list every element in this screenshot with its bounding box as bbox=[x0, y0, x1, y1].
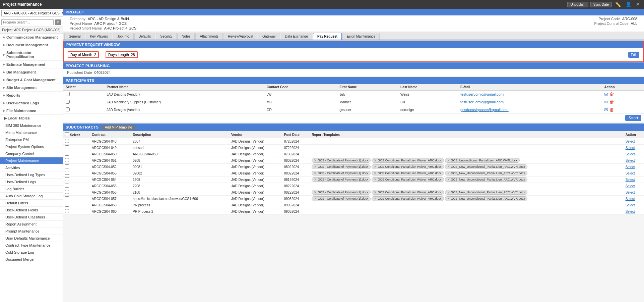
template-remove[interactable]: ✕ bbox=[314, 197, 317, 200]
template-remove[interactable]: ✕ bbox=[374, 159, 377, 162]
sub-select-button[interactable]: Select bbox=[626, 203, 635, 207]
template-remove[interactable]: ✕ bbox=[374, 197, 377, 200]
tab-notes[interactable]: Notes bbox=[177, 33, 195, 40]
sub-select-button[interactable]: Select bbox=[626, 159, 635, 162]
subcontracts-scroll[interactable]: Select Contract Description Vendor Post … bbox=[63, 131, 644, 215]
sub-select-button[interactable]: Select bbox=[626, 197, 635, 201]
sidebar-item-menu[interactable]: Menu Maintenance bbox=[0, 129, 63, 136]
sidebar-item-project-system[interactable]: Project System Options bbox=[0, 143, 63, 150]
sidebar-item-activities[interactable]: Activities bbox=[0, 164, 63, 171]
template-remove[interactable]: ✕ bbox=[314, 171, 317, 175]
sidebar-item-user-defined-fields[interactable]: User-Defined Fields bbox=[0, 207, 63, 214]
edit-button[interactable]: Edit bbox=[628, 52, 639, 58]
template-remove[interactable]: ✕ bbox=[374, 171, 377, 175]
participants-select-button[interactable]: Select bbox=[625, 115, 641, 121]
sidebar-item-user-defined-log-types[interactable]: User-Defined Log Types bbox=[0, 171, 63, 179]
sidebar-item-budget[interactable]: ▶ Budget & Cost Management bbox=[0, 76, 63, 84]
search-settings-button[interactable]: ⚙ bbox=[55, 19, 61, 25]
sub-select-button[interactable]: Select bbox=[626, 171, 635, 175]
sidebar-item-document[interactable]: ▶ Document Management bbox=[0, 41, 63, 49]
sub-select-button[interactable]: Select bbox=[626, 184, 635, 188]
sub-select-button[interactable]: Select bbox=[626, 165, 635, 169]
sidebar-item-user-defined-logs-sub[interactable]: User-Defined Logs bbox=[0, 179, 63, 186]
sidebar-item-report-assignment[interactable]: Report Assignment bbox=[0, 221, 63, 228]
sub-row-checkbox[interactable] bbox=[65, 184, 69, 188]
delete-icon[interactable]: 🗑 bbox=[609, 107, 614, 112]
sub-select-button[interactable]: Select bbox=[626, 146, 635, 150]
sub-row-checkbox[interactable] bbox=[65, 171, 69, 175]
template-remove[interactable]: ✕ bbox=[374, 178, 377, 181]
email-link[interactable]: gcsdocusignuser@gmail.com bbox=[460, 108, 509, 112]
tab-security[interactable]: Security bbox=[156, 33, 177, 40]
sub-row-checkbox[interactable] bbox=[65, 139, 69, 143]
sidebar-item-prompt-maintenance[interactable]: Prompt Maintenance bbox=[0, 228, 63, 235]
tab-attachments[interactable]: Attachments bbox=[195, 33, 223, 40]
sidebar-item-enterprise-pm[interactable]: Enterprise PM bbox=[0, 136, 63, 143]
close-icon[interactable]: ✕ bbox=[635, 2, 641, 7]
template-remove[interactable]: ✕ bbox=[374, 191, 377, 194]
template-remove[interactable]: ✕ bbox=[447, 178, 450, 181]
template-remove[interactable]: ✕ bbox=[314, 159, 317, 162]
template-remove[interactable]: ✕ bbox=[314, 165, 317, 168]
sidebar-item-file-maintenance[interactable]: ▶ File Maintenance bbox=[0, 107, 63, 115]
template-remove[interactable]: ✕ bbox=[447, 165, 450, 168]
sub-row-checkbox[interactable] bbox=[65, 196, 69, 200]
email-link[interactable]: testuser5cmic@gmail.com bbox=[460, 100, 504, 104]
sidebar-item-default-filters[interactable]: Default Filters bbox=[0, 200, 63, 207]
template-remove[interactable]: ✕ bbox=[447, 197, 450, 200]
sub-select-button[interactable]: Select bbox=[626, 178, 635, 182]
delete-icon[interactable]: 🗑 bbox=[609, 92, 614, 97]
sidebar-item-contract-type[interactable]: Contract Type Maintenance bbox=[0, 242, 63, 249]
sub-row-checkbox[interactable] bbox=[65, 145, 69, 149]
tab-key-players[interactable]: Key Players bbox=[86, 33, 112, 40]
sub-row-checkbox[interactable] bbox=[65, 158, 69, 162]
sub-select-button[interactable]: Select bbox=[626, 140, 635, 143]
template-remove[interactable]: ✕ bbox=[374, 165, 377, 168]
sidebar-item-project-maintenance[interactable]: Project Maintenance bbox=[0, 157, 63, 164]
sub-row-checkbox[interactable] bbox=[65, 209, 69, 213]
sidebar-item-estimate[interactable]: ▶ Estimate Management bbox=[0, 61, 63, 68]
sidebar-item-local-tables[interactable]: ▶ Local Tables bbox=[0, 115, 63, 122]
tab-job-info[interactable]: Job Info bbox=[113, 33, 134, 40]
sidebar-item-company-control[interactable]: Company Control bbox=[0, 150, 63, 157]
sub-select-button[interactable]: Select bbox=[626, 152, 635, 156]
sub-select-button[interactable]: Select bbox=[626, 191, 635, 194]
template-remove[interactable]: ✕ bbox=[447, 159, 450, 162]
tab-esign-maintenance[interactable]: Esign Maintenance bbox=[342, 33, 380, 40]
sidebar-item-user-defined-logs[interactable]: ▶ User-Defined Logs bbox=[0, 99, 63, 107]
email-icon[interactable]: ✉ bbox=[604, 92, 608, 97]
sub-row-checkbox[interactable] bbox=[65, 190, 69, 194]
unpublish-button[interactable]: Unpublish bbox=[567, 2, 588, 7]
sidebar-item-user-defined-classifiers[interactable]: User-Defined Classifiers bbox=[0, 214, 63, 221]
delete-icon[interactable]: 🗑 bbox=[609, 99, 614, 105]
tab-general[interactable]: General bbox=[64, 33, 85, 40]
tab-pay-request[interactable]: Pay Request bbox=[313, 33, 342, 40]
program-search-input[interactable] bbox=[1, 19, 54, 25]
user-icon[interactable]: 👤 bbox=[624, 2, 633, 7]
sidebar-item-log-builder[interactable]: Log Builder bbox=[0, 186, 63, 193]
sidebar-item-site[interactable]: ▶ Site Management bbox=[0, 84, 63, 92]
tab-data-exchange[interactable]: Data Exchange bbox=[281, 33, 312, 40]
sidebar-item-subcontractor[interactable]: ▶ Subcontractor Prequalification bbox=[0, 49, 63, 61]
tab-defaults[interactable]: Defaults bbox=[134, 33, 155, 40]
template-remove[interactable]: ✕ bbox=[447, 171, 450, 175]
sub-select-all-checkbox[interactable] bbox=[65, 132, 69, 136]
template-remove[interactable]: ✕ bbox=[447, 191, 450, 194]
sub-row-checkbox[interactable] bbox=[65, 152, 69, 156]
add-mip-button[interactable]: Add MIP Template bbox=[102, 125, 135, 130]
sub-row-checkbox[interactable] bbox=[65, 164, 69, 168]
tab-review-approval[interactable]: Review/Approval bbox=[223, 33, 257, 40]
template-remove[interactable]: ✕ bbox=[314, 191, 317, 194]
email-icon[interactable]: ✉ bbox=[604, 99, 608, 105]
sidebar-item-communication[interactable]: ▶ Communication Management bbox=[0, 34, 63, 41]
email-icon[interactable]: ✉ bbox=[604, 107, 608, 112]
participant-checkbox[interactable] bbox=[66, 107, 70, 111]
sidebar-item-bim360[interactable]: BIM 360 Maintenance bbox=[0, 122, 63, 129]
template-remove[interactable]: ✕ bbox=[314, 178, 317, 181]
participant-checkbox[interactable] bbox=[66, 100, 70, 104]
sidebar-item-auto-cold-storage[interactable]: Auto Cold Storage Log bbox=[0, 193, 63, 200]
participant-checkbox[interactable] bbox=[66, 92, 70, 96]
edit-icon[interactable]: ✏️ bbox=[614, 2, 622, 7]
sync-date-button[interactable]: Sync Date bbox=[590, 2, 612, 7]
sidebar-item-cold-storage-log[interactable]: Cold Storage Log bbox=[0, 249, 63, 256]
